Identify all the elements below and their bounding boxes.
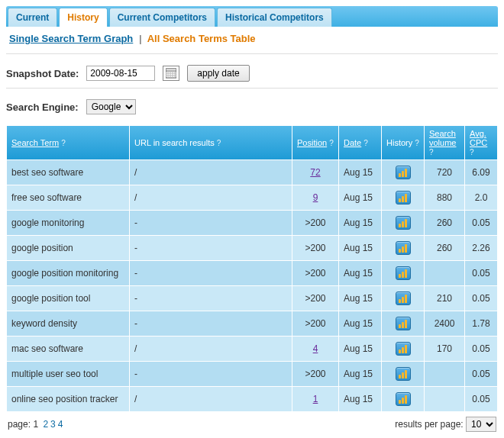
main-tabs: CurrentHistoryCurrent CompetitorsHistori…	[6, 6, 498, 27]
cell-date: Aug 15	[339, 261, 381, 285]
results-per-page: results per page: 10	[395, 417, 496, 432]
cell-term: multiple user seo tool	[7, 362, 129, 386]
engine-row: Search Engine: Google	[6, 96, 498, 118]
cell-cpc: 2.26	[465, 236, 497, 260]
cell-position[interactable]: 4	[292, 337, 338, 361]
chart-icon[interactable]	[396, 392, 411, 406]
divider	[6, 88, 498, 89]
page-link[interactable]: 2	[43, 419, 48, 430]
chart-icon[interactable]	[396, 216, 411, 230]
cell-cpc: 0.05	[465, 387, 497, 411]
cell-url: /	[130, 185, 292, 210]
cell-cpc: 0.05	[465, 362, 497, 386]
search-engine-select[interactable]: Google	[86, 99, 136, 114]
cell-cpc: 0.05	[465, 337, 497, 361]
header-search-term[interactable]: Search Term ?	[7, 126, 129, 159]
header-volume[interactable]: Search volume ?	[425, 126, 464, 159]
chart-icon[interactable]	[396, 266, 411, 280]
page-current: 1	[33, 419, 38, 430]
page-link[interactable]: 4	[58, 419, 63, 430]
tab-current-competitors[interactable]: Current Competitors	[109, 8, 215, 27]
cell-url: -	[130, 236, 292, 260]
table-header-row: Search Term ? URL in search results ? Po…	[7, 126, 497, 159]
cell-date: Aug 15	[339, 387, 381, 411]
cell-position: >200	[292, 286, 338, 311]
results-table: Search Term ? URL in search results ? Po…	[6, 125, 498, 412]
calendar-button[interactable]	[163, 66, 179, 81]
divider	[6, 53, 498, 54]
apply-date-button[interactable]: apply date	[187, 65, 249, 82]
rpp-select[interactable]: 10	[466, 417, 496, 432]
snapshot-date-input[interactable]	[86, 66, 155, 81]
chart-icon[interactable]	[396, 166, 411, 179]
header-date[interactable]: Date ?	[339, 126, 381, 159]
cell-cpc: 0.05	[465, 261, 497, 285]
table-row: multiple user seo tool->200Aug 150.05	[7, 362, 497, 386]
cell-term: free seo software	[7, 185, 129, 210]
chart-icon[interactable]	[396, 241, 411, 255]
cell-volume	[425, 387, 464, 411]
cell-date: Aug 15	[339, 211, 381, 235]
chart-icon[interactable]	[396, 342, 411, 356]
cell-date: Aug 15	[339, 236, 381, 260]
cell-volume: 2400	[425, 311, 464, 336]
snapshot-label: Snapshot Date:	[6, 68, 79, 79]
table-row: google position tool->200Aug 152100.05	[7, 286, 497, 311]
cell-url: -	[130, 286, 292, 311]
cell-history[interactable]	[382, 211, 424, 235]
cell-term: mac seo software	[7, 337, 129, 361]
cell-history[interactable]	[382, 311, 424, 336]
cell-url: -	[130, 311, 292, 336]
chart-icon[interactable]	[396, 367, 411, 381]
table-row: google position->200Aug 152602.26	[7, 236, 497, 260]
cell-volume	[425, 261, 464, 285]
cell-position: >200	[292, 236, 338, 260]
cell-cpc: 0.05	[465, 211, 497, 235]
header-position[interactable]: Position ?	[292, 126, 338, 159]
chart-icon[interactable]	[396, 291, 411, 305]
cell-date: Aug 15	[339, 362, 381, 386]
page-label: page:	[8, 419, 31, 430]
cell-history[interactable]	[382, 286, 424, 311]
cell-date: Aug 15	[339, 185, 381, 210]
cell-url: -	[130, 362, 292, 386]
cell-position[interactable]: 1	[292, 387, 338, 411]
header-cpc[interactable]: Avg. CPC ?	[465, 126, 497, 159]
cell-cpc: 2.0	[465, 185, 497, 210]
cell-history[interactable]	[382, 337, 424, 361]
cell-volume: 260	[425, 211, 464, 235]
all-terms-table-label: All Search Terms Table	[147, 33, 256, 44]
cell-history[interactable]	[382, 387, 424, 411]
cell-position[interactable]: 72	[292, 160, 338, 185]
cell-history[interactable]	[382, 261, 424, 285]
page-link[interactable]: 3	[50, 419, 56, 430]
cell-cpc: 0.05	[465, 286, 497, 311]
tab-historical-competitors[interactable]: Historical Competitors	[217, 8, 332, 27]
cell-history[interactable]	[382, 160, 424, 185]
table-footer: page: 1 234 results per page: 10	[6, 412, 498, 436]
cell-volume: 720	[425, 160, 464, 185]
cell-cpc: 1.78	[465, 311, 497, 336]
table-row: google position monitoring->200Aug 150.0…	[7, 261, 497, 285]
table-row: google monitoring->200Aug 152600.05	[7, 211, 497, 235]
cell-history[interactable]	[382, 362, 424, 386]
cell-history[interactable]	[382, 185, 424, 210]
cell-volume: 210	[425, 286, 464, 311]
cell-term: google position	[7, 236, 129, 260]
cell-cpc: 6.09	[465, 160, 497, 185]
cell-volume: 260	[425, 236, 464, 260]
search-engine-label: Search Engine:	[6, 101, 79, 113]
cell-term: google position monitoring	[7, 261, 129, 285]
tab-current[interactable]: Current	[8, 8, 57, 27]
table-row: best seo software/72Aug 157206.09	[7, 160, 497, 185]
cell-term: best seo software	[7, 160, 129, 185]
single-term-graph-link[interactable]: Single Search Term Graph	[9, 33, 133, 44]
cell-position: >200	[292, 362, 338, 386]
cell-term: google monitoring	[7, 211, 129, 235]
tab-history[interactable]: History	[59, 8, 107, 27]
cell-position[interactable]: 9	[292, 185, 338, 210]
table-row: online seo position tracker/1Aug 150.05	[7, 387, 497, 411]
chart-icon[interactable]	[396, 317, 411, 330]
cell-history[interactable]	[382, 236, 424, 260]
chart-icon[interactable]	[396, 191, 411, 205]
